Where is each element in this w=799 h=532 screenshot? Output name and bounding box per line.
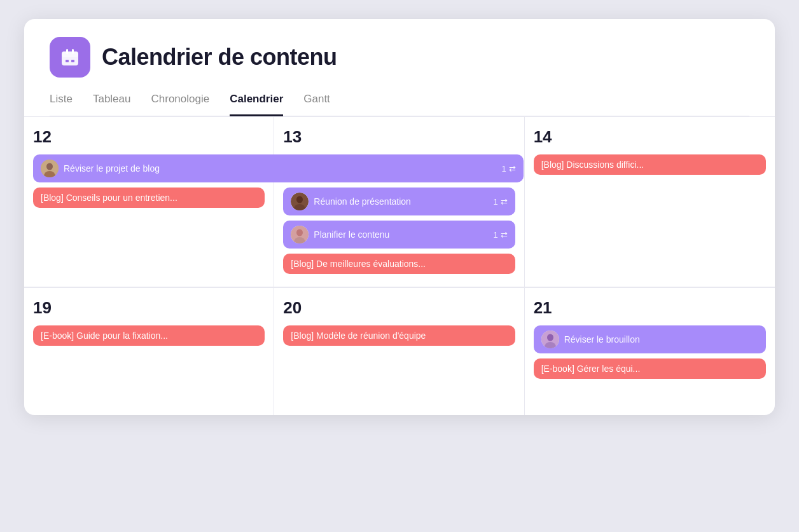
calendar-day-21: 21 Réviser le brouillon [E-book] Gérer l… [525,288,775,415]
day-number-13: 13 [283,127,515,147]
app-icon [50,37,90,78]
calendar-icon [60,47,80,67]
event-gerer-equi[interactable]: [E-book] Gérer les équi... [534,358,766,379]
svg-point-10 [296,196,303,203]
svg-rect-2 [66,49,68,54]
calendar-day-13: 13 Réunion de présentation 1 ⇄ [274,117,524,287]
tab-chronologie[interactable]: Chronologie [151,93,209,116]
title-row: Calendrier de contenu [50,37,749,78]
svg-point-13 [296,229,303,236]
tab-calendrier[interactable]: Calendrier [230,93,283,116]
svg-point-7 [46,163,53,170]
event-planifier-contenu[interactable]: Planifier le contenu 1 ⇄ [283,221,515,249]
event-text: [Blog] Modèle de réunion d'équipe [291,331,507,341]
events-day-14: [Blog] Discussions diffici... [534,154,766,175]
day-number-21: 21 [534,298,766,318]
svg-rect-5 [71,60,74,62]
avatar-2 [291,193,309,210]
tabs-bar: Liste Tableau Chronologie Calendrier Gan… [50,93,749,116]
calendar-day-19: 19 [E-book] Guide pour la fixation... [24,288,274,415]
event-reviser-brouillon[interactable]: Réviser le brouillon [534,325,766,353]
day-number-20: 20 [283,298,515,318]
events-day-20: [Blog] Modèle de réunion d'équipe [283,325,515,346]
event-conseils-blog[interactable]: [Blog] Conseils pour un entretien... [33,188,265,208]
events-day-21: Réviser le brouillon [E-book] Gérer les … [534,325,766,379]
svg-point-16 [547,334,553,341]
svg-rect-3 [72,49,74,54]
event-text: [E-book] Guide pour la fixation... [41,331,257,341]
tab-tableau[interactable]: Tableau [93,93,131,116]
page-title: Calendrier de contenu [102,44,337,71]
event-text: Réviser le brouillon [564,334,758,344]
event-guide-fixation[interactable]: [E-book] Guide pour la fixation... [33,325,265,346]
events-day-13: Réunion de présentation 1 ⇄ Plani [283,154,515,274]
avatar-1 [41,160,59,177]
tab-liste[interactable]: Liste [50,93,73,116]
day-number-14: 14 [534,127,766,147]
calendar-row-1: 12 Réviser le projet de blog 1 ⇄ [24,116,775,287]
event-modele-reunion[interactable]: [Blog] Modèle de réunion d'équipe [283,325,515,346]
calendar-day-14: 14 [Blog] Discussions diffici... [525,117,775,287]
svg-rect-4 [66,60,69,62]
calendar-day-20: 20 [Blog] Modèle de réunion d'équipe [274,288,524,415]
event-discussions[interactable]: [Blog] Discussions diffici... [534,154,766,175]
avatar-3 [291,226,309,243]
calendar-row-2: 19 [E-book] Guide pour la fixation... 20… [24,287,775,415]
svg-rect-1 [62,51,78,57]
calendar-day-12: 12 Réviser le projet de blog 1 ⇄ [24,117,274,287]
event-meilleures-evaluations[interactable]: [Blog] De meilleures évaluations... [283,254,515,274]
day-number-19: 19 [33,298,265,318]
event-text: [Blog] De meilleures évaluations... [291,259,507,269]
event-text: [E-book] Gérer les équi... [541,364,758,374]
event-reunion-presentation[interactable]: Réunion de présentation 1 ⇄ [283,188,515,215]
event-text: Planifier le contenu [314,229,488,240]
header: Calendrier de contenu Liste Tableau Chro… [24,19,775,116]
event-meta: 1 ⇄ [501,164,515,174]
day-number-12: 12 [33,127,265,147]
event-meta: 1 ⇄ [493,197,507,207]
event-text: Réunion de présentation [314,196,488,207]
avatar-4 [541,331,559,348]
event-meta: 1 ⇄ [493,230,507,240]
app-container: Calendrier de contenu Liste Tableau Chro… [24,19,775,415]
event-text: [Blog] Conseils pour un entretien... [41,193,257,203]
events-day-12: Réviser le projet de blog 1 ⇄ [Blog] Con… [33,154,265,208]
event-text: [Blog] Discussions diffici... [541,160,758,170]
events-day-19: [E-book] Guide pour la fixation... [33,325,265,346]
tab-gantt[interactable]: Gantt [303,93,330,116]
